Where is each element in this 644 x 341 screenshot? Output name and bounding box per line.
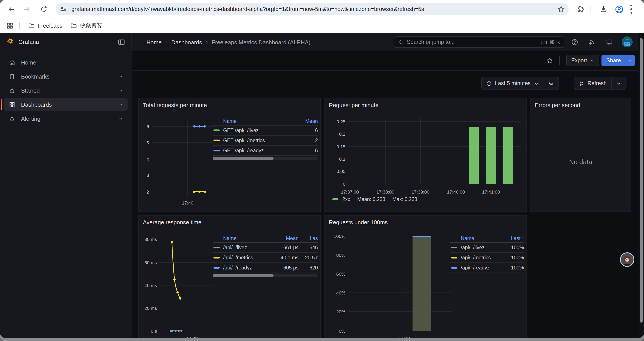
clock-icon [486,81,492,86]
legend-row[interactable]: 2xx Mean: 0.233 Max: 0.233 [332,197,424,202]
svg-text:17:40:00: 17:40:00 [447,189,465,194]
requests-under-100ms-chart: 100% 80% 60% 40% 20% 0% 17:40 [328,231,455,338]
share-menu-button[interactable] [626,55,635,66]
svg-text:3: 3 [146,173,149,178]
chevron-down-icon [118,88,123,93]
scrollbar-thumb[interactable] [640,38,643,322]
series-swatch [451,267,457,269]
bookmark-label: 收藏博客 [80,22,102,30]
refresh-interval-button[interactable] [611,77,626,90]
bookmark-folder-blogs[interactable]: 收藏博客 [70,22,102,30]
svg-text:17:39:00: 17:39:00 [412,189,430,194]
bell-icon [9,115,15,122]
folder-icon [70,22,77,29]
sidebar-item-bookmarks[interactable]: Bookmarks [4,70,128,83]
sidebar-item-label: Dashboards [21,101,52,108]
chevron-down-icon [118,116,123,121]
sidebar-item-starred[interactable]: Starred [4,84,128,97]
series-swatch [451,247,457,248]
panel-title[interactable]: Total requests per minute [143,102,207,108]
svg-text:4: 4 [146,156,149,162]
svg-text:20%: 20% [336,309,346,314]
profile-avatar-icon[interactable] [614,4,624,15]
bookmark-star-icon[interactable] [557,5,565,13]
zoom-out-button[interactable] [544,77,559,90]
refresh-button[interactable]: Refresh [574,77,611,90]
breadcrumb-dashboards[interactable]: Dashboards [171,39,202,46]
browser-menu-icon[interactable] [630,5,632,14]
download-icon[interactable] [598,4,608,15]
export-button[interactable]: Export [566,55,599,66]
legend-scrollbar[interactable] [212,274,318,277]
sidebar-item-label: Home [21,59,36,66]
extensions-icon[interactable] [575,4,585,15]
legend-row[interactable]: /api/_/metrics 100% [450,253,524,263]
sidebar-item-label: Alerting [21,115,40,122]
search-icon [398,39,404,45]
bookmark-folder-freeleaps[interactable]: Freeleaps [28,22,62,29]
sidebar-item-dashboards[interactable]: Dashboards [4,98,128,111]
grafana-header-left: Grafana [0,33,132,51]
time-range-picker[interactable]: Last 5 minutes [482,77,544,90]
panel-request-per-minute: Request per minute 0.25 0.2 0.15 0.1 0.0… [324,98,527,212]
site-settings-icon[interactable] [60,5,68,13]
forward-icon[interactable] [22,4,32,15]
panel-title[interactable]: Errors per second [535,102,580,108]
browser-toolbar: grafana.mathmast.com/d/deytv4rwavabkb/fr… [0,0,644,19]
url-bar[interactable]: grafana.mathmast.com/d/deytv4rwavabkb/fr… [56,3,568,15]
url-text: grafana.mathmast.com/d/deytv4rwavabkb/fr… [72,6,424,12]
breadcrumb-home[interactable]: Home [146,39,162,46]
reload-icon[interactable] [38,4,49,15]
panel-title[interactable]: Requests under 100ms [329,219,388,226]
bookmarks-divider [19,22,20,30]
sidebar-item-alerting[interactable]: Alerting [4,112,128,125]
assistant-avatar[interactable] [620,252,634,267]
chevron-down-icon [616,81,622,86]
legend-scrollbar[interactable] [212,157,318,160]
svg-text:17:37:00: 17:37:00 [341,189,359,194]
user-avatar[interactable] [622,37,632,47]
legend-row[interactable]: /api/_/metrics 40.1 ms 20.5 r [212,253,318,263]
panel-title[interactable]: Average response time [143,219,202,226]
average-response-time-chart: 80 ms 60 ms 40 ms 20 ms 0 s 17:40 [142,231,216,338]
breadcrumb-separator: › [206,39,208,45]
time-controls: Last 5 minutes [481,77,559,90]
grafana-logo-icon[interactable] [6,38,14,47]
legend-row[interactable]: GET /api/_/metrics 2 [212,136,318,146]
apps-grid-icon[interactable] [6,22,14,30]
home-icon [9,59,15,66]
back-icon[interactable] [6,4,16,15]
legend-row[interactable]: GET /api/_/readyz 6 [212,146,318,156]
panel-title[interactable]: Request per minute [329,102,378,108]
legend-row[interactable]: /api/_/livez 100% [450,243,524,253]
zoom-out-icon [549,81,554,86]
svg-text:6: 6 [146,124,149,129]
legend-row[interactable]: /api/_/livez 661 µs 646 [212,243,318,253]
series-name: 2xx [342,197,350,202]
legend-row[interactable]: /api/_/readyz 100% [450,263,524,273]
bookmark-icon [9,73,15,80]
share-button[interactable]: Share [602,55,626,66]
refresh-controls: Refresh [574,77,626,90]
favorite-star-icon[interactable] [546,57,553,64]
svg-text:100%: 100% [334,234,346,239]
sidebar-item-home[interactable]: Home [4,56,128,69]
legend-header: Name Last * [450,234,524,243]
legend-row[interactable]: GET /api/_/livez 6 [212,126,318,136]
chevron-down-icon [118,74,123,79]
breadcrumb-separator: › [166,39,167,45]
series-swatch [214,140,220,141]
search-placeholder: Search or jump to... [407,39,454,45]
browser-window: grafana.mathmast.com/d/deytv4rwavabkb/fr… [0,0,644,338]
news-rss-icon[interactable] [588,39,595,46]
dock-menu-icon[interactable] [118,38,126,46]
chevron-down-icon [628,58,633,63]
legend-header: Name Mean Las [212,234,318,243]
monitor-icon[interactable] [606,39,613,46]
series-swatch [451,257,457,258]
macos-window: grafana.mathmast.com/d/deytv4rwavabkb/fr… [0,0,644,341]
legend-row[interactable]: /api/_/readyz 605 µs 620 [212,263,318,273]
search-input[interactable]: Search or jump to... ⌘+k [394,37,564,48]
series-mean: Mean: 0.233 [357,197,385,202]
help-icon[interactable] [571,39,578,46]
